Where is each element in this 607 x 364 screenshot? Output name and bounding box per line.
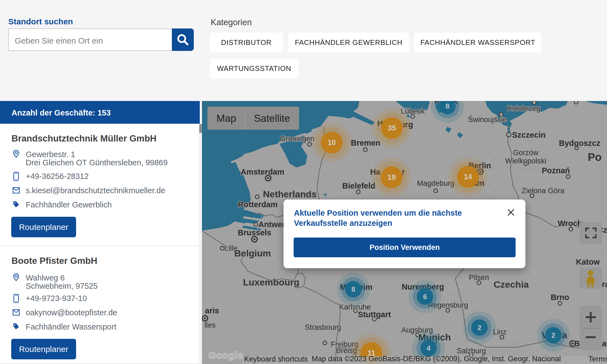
svg-text:Bremen: Bremen [351, 138, 380, 147]
svg-text:Netherlands: Netherlands [263, 189, 317, 199]
svg-text:Antwer: Antwer [258, 220, 285, 229]
svg-text:Terms: Terms [588, 355, 607, 363]
svg-text:Satellite: Satellite [254, 113, 290, 124]
svg-text:Belgium: Belgium [234, 248, 271, 258]
svg-text:B: B [574, 339, 580, 348]
svg-text:2: 2 [478, 323, 481, 332]
svg-text:Świnoujście: Świnoujście [468, 115, 507, 124]
svg-text:Stuttgart: Stuttgart [358, 310, 391, 319]
svg-text:Strasbourg: Strasbourg [305, 323, 341, 331]
svg-text:Brussels: Brussels [238, 228, 271, 237]
svg-text:Po: Po [588, 151, 602, 163]
svg-text:Szczecin: Szczecin [512, 131, 546, 139]
svg-text:14: 14 [464, 173, 472, 181]
svg-text:19: 19 [388, 173, 396, 181]
svg-text:Pilsen: Pilsen [469, 273, 489, 282]
svg-text:Bydgoszcz: Bydgoszcz [559, 139, 600, 148]
svg-text:Rotterdam: Rotterdam [238, 200, 278, 209]
svg-text:lles: lles [204, 321, 216, 329]
svg-text:Amsterdam: Amsterdam [241, 167, 284, 176]
svg-text:Gorzów: Gorzów [513, 149, 539, 157]
svg-text:Brno: Brno [551, 293, 569, 302]
svg-text:Bielefeld: Bielefeld [342, 181, 375, 190]
svg-text:8: 8 [446, 102, 449, 110]
svg-text:aris: aris [205, 306, 219, 315]
svg-text:Groningen: Groningen [280, 135, 314, 143]
svg-text:4: 4 [427, 344, 431, 352]
svg-text:Katow: Katow [576, 258, 600, 266]
svg-text:2: 2 [551, 331, 555, 339]
svg-text:ra: ra [602, 280, 607, 289]
svg-text:Luxembourg: Luxembourg [243, 277, 299, 287]
svg-text:Map data ©2023 GeoBasis-DE/BKG: Map data ©2023 GeoBasis-DE/BKG (©2009), … [312, 355, 561, 363]
svg-text:Salzburg: Salzburg [457, 347, 486, 355]
svg-text:Google: Google [209, 350, 243, 360]
svg-text:Czechia: Czechia [494, 279, 529, 290]
svg-text:35: 35 [388, 124, 396, 132]
svg-text:Keyboard shortcuts: Keyboard shortcuts [244, 355, 308, 363]
svg-text:Wielkopolski: Wielkopolski [505, 157, 546, 165]
svg-text:6: 6 [423, 293, 427, 301]
svg-text:Kołobrzeg: Kołobrzeg [507, 104, 540, 112]
svg-text:Map: Map [216, 113, 236, 124]
svg-text:Zielona Góra: Zielona Góra [522, 187, 565, 195]
svg-text:10: 10 [328, 138, 336, 147]
svg-text:8: 8 [351, 285, 355, 293]
svg-text:Poznań: Poznań [542, 166, 570, 175]
